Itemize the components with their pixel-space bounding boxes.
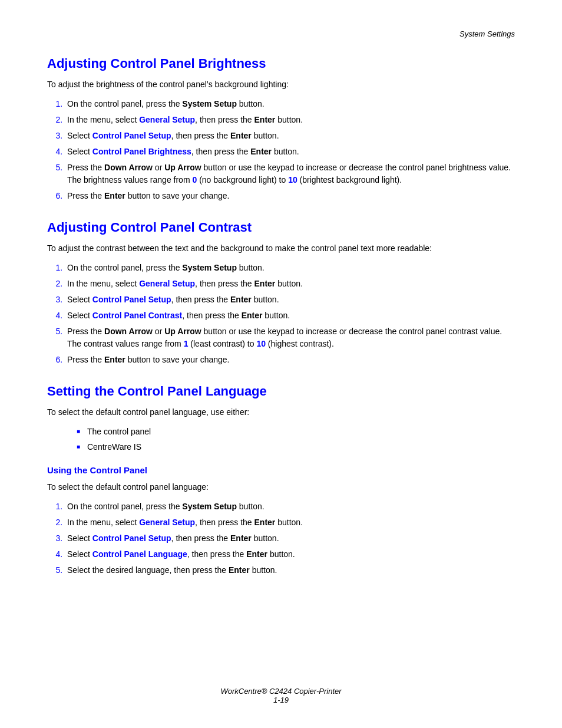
step-item: Select Control Panel Brightness, then pr… — [65, 146, 515, 158]
step-item: On the control panel, press the System S… — [65, 500, 515, 513]
header-label: System Settings — [459, 29, 515, 38]
step-item: On the control panel, press the System S… — [65, 262, 515, 274]
step-item: Press the Down Arrow or Up Arrow button … — [65, 162, 515, 186]
step-item: Select Control Panel Setup, then press t… — [65, 532, 515, 545]
subsection-intro: To select the default control panel lang… — [47, 481, 515, 493]
page: System Settings Adjusting Control Panel … — [0, 0, 562, 728]
section2-steps: On the control panel, press the System S… — [65, 262, 515, 366]
step-item: On the control panel, press the System S… — [65, 98, 515, 110]
footer-line2: 1-19 — [0, 696, 562, 704]
section1-title: Adjusting Control Panel Brightness — [47, 56, 515, 71]
step-item: Select Control Panel Contrast, then pres… — [65, 309, 515, 322]
footer-line1: WorkCentre® C2424 Copier-Printer — [0, 687, 562, 696]
step-item: Select Control Panel Language, then pres… — [65, 548, 515, 561]
subsection-title: Using the Control Panel — [47, 465, 515, 475]
step-item: Select Control Panel Setup, then press t… — [65, 130, 515, 142]
section2-intro: To adjust the contrast between the text … — [47, 242, 515, 255]
page-header: System Settings — [47, 29, 515, 38]
step-item: In the menu, select General Setup, then … — [65, 278, 515, 290]
section3-intro: To select the default control panel lang… — [47, 406, 515, 419]
step-item: In the menu, select General Setup, then … — [65, 114, 515, 126]
bullet-item: The control panel — [77, 426, 515, 438]
bullet-item: CentreWare IS — [77, 441, 515, 453]
step-item: In the menu, select General Setup, then … — [65, 516, 515, 529]
section2-title: Adjusting Control Panel Contrast — [47, 220, 515, 235]
step-item: Press the Enter button to save your chan… — [65, 354, 515, 366]
step-item: Press the Down Arrow or Up Arrow button … — [65, 325, 515, 350]
step-item: Select Control Panel Setup, then press t… — [65, 294, 515, 306]
section3-bullets: The control panel CentreWare IS — [77, 426, 515, 453]
step-item: Press the Enter button to save your chan… — [65, 190, 515, 202]
section3-title: Setting the Control Panel Language — [47, 384, 515, 399]
step-item: Select the desired language, then press … — [65, 564, 515, 577]
section1-intro: To adjust the brightness of the control … — [47, 78, 515, 91]
section1-steps: On the control panel, press the System S… — [65, 98, 515, 202]
page-footer: WorkCentre® C2424 Copier-Printer 1-19 — [0, 687, 562, 704]
subsection-steps: On the control panel, press the System S… — [65, 500, 515, 577]
